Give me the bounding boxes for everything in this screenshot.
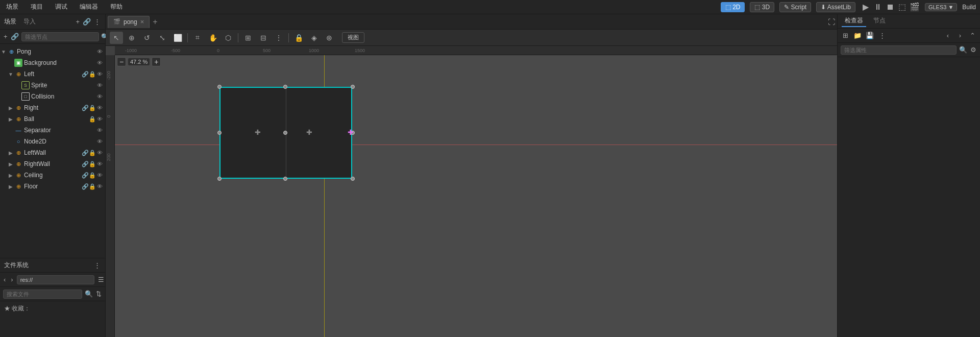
tool-more[interactable]: ⋮ bbox=[272, 32, 285, 44]
left-lock-icon[interactable]: 🔒 bbox=[89, 71, 96, 78]
tree-item-separator[interactable]: — Separator 👁 bbox=[0, 125, 105, 136]
separator-visibility-icon[interactable]: 👁 bbox=[96, 127, 103, 133]
tree-item-ceiling[interactable]: ▶ ⊕ Ceiling 🔗 🔒 👁 bbox=[0, 170, 105, 181]
rightwall-visibility-icon[interactable]: 👁 bbox=[96, 161, 103, 167]
remote-button[interactable]: ⬚ bbox=[897, 2, 908, 12]
zoom-minus-button[interactable]: − bbox=[117, 57, 126, 66]
right-lock-icon[interactable]: 🔒 bbox=[89, 105, 96, 111]
menu-help[interactable]: 帮助 bbox=[108, 2, 125, 12]
scene-more-button[interactable]: ⋮ bbox=[93, 17, 101, 26]
handle-br[interactable] bbox=[351, 177, 355, 181]
tool-lock[interactable]: 🔒 bbox=[292, 32, 305, 44]
movie-button[interactable]: 🎬 bbox=[910, 2, 920, 12]
tree-item-sprite[interactable]: S Sprite 👁 bbox=[0, 80, 105, 91]
tree-item-leftwall[interactable]: ▶ ⊕ LeftWall 🔗 🔒 👁 bbox=[0, 147, 105, 158]
mode-3d-button[interactable]: ⬚ 3D bbox=[750, 2, 774, 12]
tool-pivot[interactable]: ⊛ bbox=[323, 32, 336, 44]
leftwall-visibility-icon[interactable]: 👁 bbox=[96, 150, 103, 156]
handle-bl[interactable] bbox=[217, 177, 222, 181]
rightwall-lock-icon[interactable]: 🔒 bbox=[89, 161, 96, 167]
inspector-save-btn[interactable]: 💾 bbox=[864, 30, 875, 41]
tree-item-floor[interactable]: ▶ ⊕ Floor 🔗 🔒 👁 bbox=[0, 181, 105, 192]
mode-2d-button[interactable]: ⬚ 2D bbox=[721, 2, 745, 12]
tree-item-background[interactable]: ▣ Background 👁 bbox=[0, 57, 105, 68]
tool-zoom-tool[interactable]: ⬡ bbox=[222, 32, 235, 44]
sprite-visibility-icon[interactable]: 👁 bbox=[96, 82, 103, 88]
fs-list-view-button[interactable]: ☰ bbox=[96, 275, 106, 284]
left-anim-icon[interactable]: 🔗 bbox=[82, 71, 89, 78]
filter-props-settings-icon[interactable]: ⚙ bbox=[970, 45, 977, 54]
tab-pong[interactable]: 🎬 pong × bbox=[108, 16, 150, 28]
tool-grid[interactable]: ⊞ bbox=[241, 32, 255, 44]
ceiling-visibility-icon[interactable]: 👁 bbox=[96, 172, 103, 178]
ball-lock-icon[interactable]: 🔒 bbox=[89, 116, 96, 123]
link-icon[interactable]: 🔗 bbox=[10, 32, 19, 41]
inspector-grid-btn[interactable]: ⊞ bbox=[840, 30, 851, 41]
zoom-plus-button[interactable]: + bbox=[152, 57, 161, 66]
tab-inspector[interactable]: 检查器 bbox=[842, 15, 866, 27]
tool-scale[interactable]: ⤡ bbox=[156, 32, 169, 44]
scene-add-button[interactable]: + bbox=[75, 17, 80, 26]
fs-path-input[interactable] bbox=[17, 275, 94, 284]
fs-forward-button[interactable]: › bbox=[9, 275, 14, 284]
collision-visibility-icon[interactable]: 👁 bbox=[96, 93, 103, 100]
handle-mc[interactable] bbox=[283, 131, 287, 135]
tree-item-right[interactable]: ▶ ⊕ Right 🔗 🔒 👁 bbox=[0, 102, 105, 113]
fs-back-button[interactable]: ‹ bbox=[2, 275, 7, 284]
filter-props-input[interactable] bbox=[841, 45, 957, 55]
inspector-folder-btn[interactable]: 📁 bbox=[852, 30, 863, 41]
tool-move[interactable]: ⊕ bbox=[125, 32, 138, 44]
handle-bc[interactable] bbox=[283, 177, 287, 181]
pause-button[interactable]: ⏸ bbox=[873, 2, 883, 12]
ceiling-lock-icon[interactable]: 🔒 bbox=[89, 172, 96, 179]
fs-more-button[interactable]: ⋮ bbox=[93, 261, 101, 270]
menu-debug[interactable]: 调试 bbox=[53, 2, 69, 12]
tool-align[interactable]: ⊟ bbox=[257, 32, 270, 44]
pong-visibility-icon[interactable]: 👁 bbox=[96, 49, 103, 55]
scene-link-button[interactable]: 🔗 bbox=[82, 17, 91, 26]
inspector-more-btn[interactable]: ⋮ bbox=[876, 30, 888, 41]
leftwall-lock-icon[interactable]: 🔒 bbox=[89, 150, 96, 156]
handle-tr[interactable] bbox=[351, 85, 355, 89]
tab-node[interactable]: 节点 bbox=[870, 15, 889, 27]
fs-search-input[interactable] bbox=[3, 290, 82, 299]
viewport-content[interactable]: ✚ ✚ ✚ bbox=[115, 55, 837, 337]
right-anim-icon[interactable]: 🔗 bbox=[82, 105, 89, 111]
handle-tc[interactable] bbox=[283, 85, 287, 89]
tab-add-button[interactable]: + bbox=[151, 17, 159, 27]
tool-transform[interactable]: ⬜ bbox=[171, 32, 184, 44]
tree-item-ball[interactable]: ▶ ⊕ Ball 🔒 👁 bbox=[0, 113, 105, 125]
filter-nodes-input[interactable] bbox=[21, 32, 99, 41]
tree-item-left[interactable]: ▼ ⊕ Left 🔗 🔒 👁 bbox=[0, 68, 105, 80]
tree-item-collision[interactable]: □ Collision 👁 bbox=[0, 91, 105, 102]
handle-tl[interactable] bbox=[217, 85, 222, 89]
view-button[interactable]: 视图 bbox=[342, 32, 364, 43]
mode-script-button[interactable]: ✎ Script bbox=[779, 2, 811, 12]
rightwall-anim-icon[interactable]: 🔗 bbox=[82, 161, 89, 167]
right-visibility-icon[interactable]: 👁 bbox=[96, 105, 103, 111]
fs-search-icon[interactable]: 🔍 bbox=[84, 290, 93, 298]
add-node-icon[interactable]: + bbox=[3, 32, 8, 41]
tree-item-rightwall[interactable]: ▶ ⊕ RightWall 🔗 🔒 👁 bbox=[0, 158, 105, 170]
leftwall-anim-icon[interactable]: 🔗 bbox=[82, 150, 89, 156]
tool-rotate[interactable]: ↺ bbox=[140, 32, 154, 44]
ball-visibility-icon[interactable]: 👁 bbox=[96, 116, 103, 122]
expand-left-btn[interactable]: ‹ bbox=[942, 30, 953, 41]
gles-badge[interactable]: GLES3 ▼ bbox=[925, 3, 957, 11]
filter-props-search-icon[interactable]: 🔍 bbox=[959, 45, 968, 54]
background-visibility-icon[interactable]: 👁 bbox=[96, 60, 103, 66]
tool-select[interactable]: ↖ bbox=[110, 32, 123, 44]
mode-assetlib-button[interactable]: ⬇ AssetLib bbox=[816, 2, 855, 12]
floor-visibility-icon[interactable]: 👁 bbox=[96, 183, 103, 189]
tree-item-pong[interactable]: ▼ ⊕ Pong 👁 bbox=[0, 46, 105, 57]
fs-sort-icon[interactable]: ⇅ bbox=[95, 290, 102, 298]
fullscreen-button[interactable]: ⛶ bbox=[828, 18, 835, 26]
left-visibility-icon[interactable]: 👁 bbox=[96, 71, 103, 77]
tree-item-node2d[interactable]: ○ Node2D 👁 bbox=[0, 136, 105, 147]
expand-right-btn[interactable]: › bbox=[954, 30, 966, 41]
handle-ml[interactable] bbox=[217, 131, 222, 135]
floor-lock-icon[interactable]: 🔒 bbox=[89, 183, 96, 190]
menu-editor[interactable]: 编辑器 bbox=[78, 2, 100, 12]
build-button[interactable]: Build bbox=[962, 4, 976, 11]
tab-pong-close[interactable]: × bbox=[140, 18, 144, 25]
